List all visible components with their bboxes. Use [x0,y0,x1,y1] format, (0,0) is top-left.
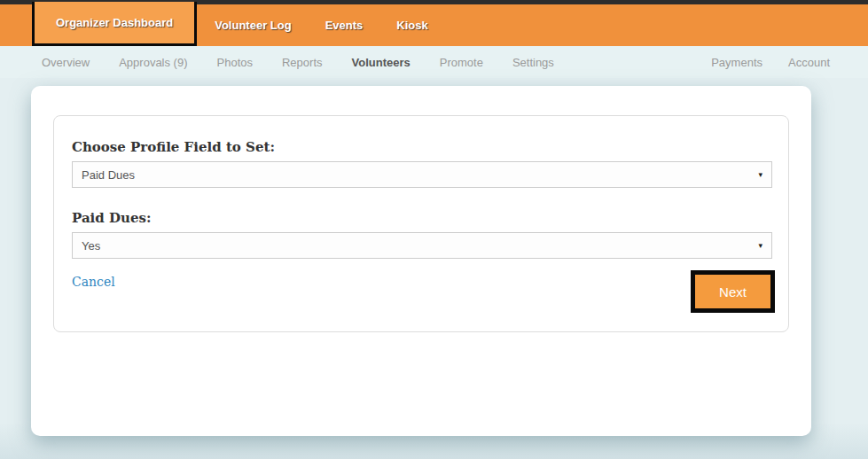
subnav-item-overview[interactable]: Overview [42,56,90,69]
cancel-link[interactable]: Cancel [72,272,115,289]
profile-field-select[interactable]: Paid Dues ▾ [72,161,772,188]
subnav-item-reports[interactable]: Reports [282,56,323,69]
tab-organizer-dashboard-label: Organizer Dashboard [56,16,173,29]
tab-events-label: Events [325,19,364,32]
secondary-navbar-right: Payments Account [711,56,830,69]
next-button[interactable]: Next [695,275,770,308]
paid-dues-select[interactable]: Yes ▾ [72,232,772,259]
paid-dues-label: Paid Dues: [72,210,770,226]
form-actions-row: Cancel Next [72,272,770,313]
next-button-highlight-box: Next [691,270,775,313]
subnav-item-account[interactable]: Account [788,56,830,69]
tab-events[interactable]: Events [309,4,379,46]
subnav-item-settings[interactable]: Settings [512,56,554,69]
paid-dues-selected-value: Yes [82,239,100,253]
main-content-panel: Choose Profile Field to Set: Paid Dues ▾… [31,86,811,436]
subnav-item-payments[interactable]: Payments [711,56,762,69]
primary-navbar: Organizer Dashboard Volunteer Log Events… [0,4,868,46]
tab-volunteer-log[interactable]: Volunteer Log [199,4,307,46]
secondary-navbar-left: Overview Approvals (9) Photos Reports Vo… [42,56,554,69]
subnav-item-promote[interactable]: Promote [440,56,483,69]
tab-organizer-dashboard[interactable]: Organizer Dashboard [32,2,197,46]
secondary-navbar: Overview Approvals (9) Photos Reports Vo… [0,46,868,78]
tab-kiosk-label: Kiosk [396,19,427,32]
subnav-item-approvals[interactable]: Approvals (9) [119,56,187,69]
subnav-item-volunteers[interactable]: Volunteers [352,56,411,69]
dropdown-arrow-icon: ▾ [758,242,762,250]
set-profile-field-form: Choose Profile Field to Set: Paid Dues ▾… [53,115,789,332]
subnav-item-photos[interactable]: Photos [217,56,253,69]
profile-field-label: Choose Profile Field to Set: [72,139,770,155]
profile-field-selected-value: Paid Dues [82,168,135,182]
dropdown-arrow-icon: ▾ [758,171,762,179]
tab-kiosk[interactable]: Kiosk [380,4,443,46]
tab-volunteer-log-label: Volunteer Log [215,19,291,32]
